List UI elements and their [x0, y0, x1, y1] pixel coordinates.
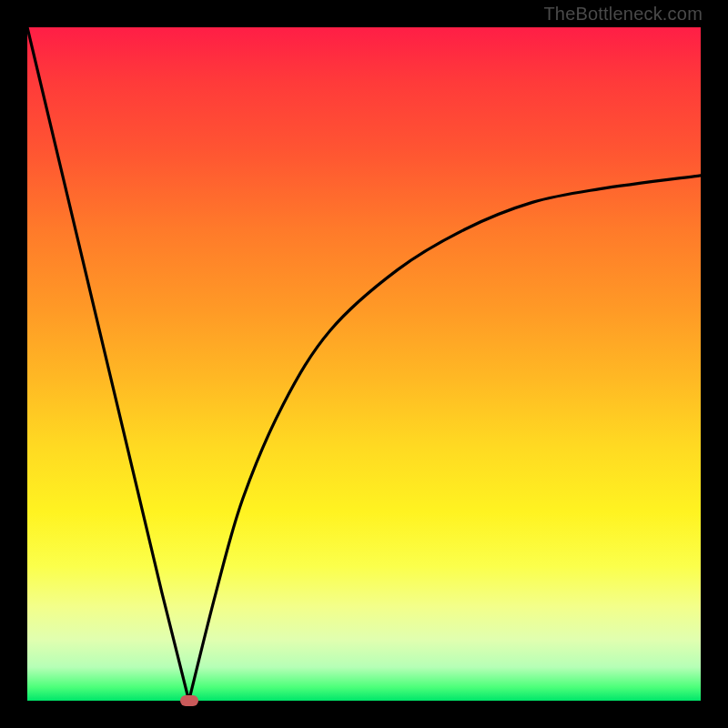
chart-frame: TheBottleneck.com — [0, 0, 728, 728]
bottleneck-curve — [27, 27, 701, 701]
optimum-marker — [180, 695, 198, 706]
curve-path — [27, 27, 701, 701]
watermark-text: TheBottleneck.com — [543, 4, 703, 25]
